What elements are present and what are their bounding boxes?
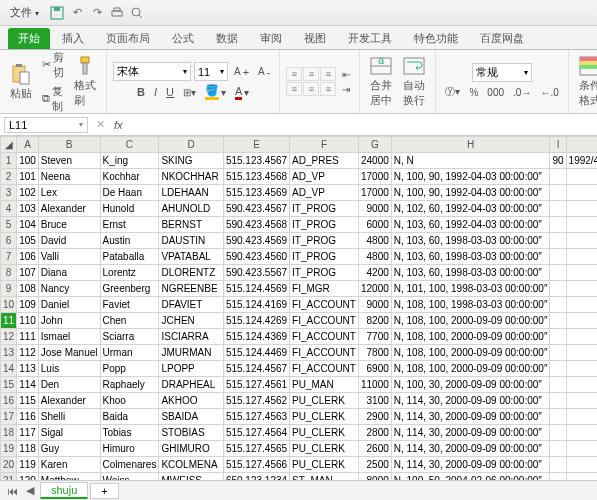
cell[interactable]: 590.423.4568 bbox=[223, 217, 289, 233]
cell[interactable]: Raphaely bbox=[100, 377, 159, 393]
cell[interactable]: 515.127.4562 bbox=[223, 393, 289, 409]
cell[interactable]: N, 100, 50, 2004-02-06 00:00:00″ bbox=[391, 473, 550, 481]
cell[interactable]: 590.423.5567 bbox=[223, 265, 289, 281]
tab-baidu[interactable]: 百度网盘 bbox=[470, 28, 534, 49]
cell[interactable]: 650.123.1234 bbox=[223, 473, 289, 481]
col-header-C[interactable]: C bbox=[100, 137, 159, 153]
cell[interactable]: Karen bbox=[38, 457, 100, 473]
align-right-button[interactable]: ≡ bbox=[320, 82, 336, 96]
cell[interactable]: Himuro bbox=[100, 441, 159, 457]
cell[interactable] bbox=[566, 329, 597, 345]
cell[interactable]: 590.423.4567 bbox=[223, 201, 289, 217]
cell[interactable] bbox=[550, 217, 566, 233]
tab-data[interactable]: 数据 bbox=[206, 28, 248, 49]
cell[interactable] bbox=[550, 361, 566, 377]
cell[interactable]: 7800 bbox=[358, 345, 391, 361]
undo-icon[interactable]: ↶ bbox=[69, 5, 85, 21]
cell[interactable]: Pataballa bbox=[100, 249, 159, 265]
cell[interactable] bbox=[550, 313, 566, 329]
cell[interactable]: 515.127.4563 bbox=[223, 409, 289, 425]
row-header[interactable]: 12 bbox=[1, 329, 17, 345]
name-box[interactable]: L11▾ bbox=[4, 117, 88, 133]
tab-formula[interactable]: 公式 bbox=[162, 28, 204, 49]
sheet-tab-active[interactable]: shuju bbox=[40, 482, 88, 499]
cell[interactable]: 120 bbox=[17, 473, 39, 481]
cell[interactable] bbox=[550, 329, 566, 345]
tab-review[interactable]: 审阅 bbox=[250, 28, 292, 49]
cell[interactable]: Steven bbox=[38, 153, 100, 169]
cell[interactable] bbox=[566, 393, 597, 409]
cell[interactable]: Den bbox=[38, 377, 100, 393]
col-header-D[interactable]: D bbox=[159, 137, 223, 153]
tab-view[interactable]: 视图 bbox=[294, 28, 336, 49]
cell[interactable] bbox=[566, 249, 597, 265]
save-icon[interactable] bbox=[49, 5, 65, 21]
cell[interactable] bbox=[566, 169, 597, 185]
cell[interactable]: PU_CLERK bbox=[290, 441, 359, 457]
align-middle-button[interactable]: ≡ bbox=[303, 67, 319, 81]
indent-increase-button[interactable]: ⇥ bbox=[339, 83, 353, 96]
cell[interactable] bbox=[550, 441, 566, 457]
cell[interactable]: 114 bbox=[17, 377, 39, 393]
cell[interactable]: N, 114, 30, 2000-09-09 00:00:00″ bbox=[391, 409, 550, 425]
cell[interactable]: 119 bbox=[17, 457, 39, 473]
col-header-H[interactable]: H bbox=[391, 137, 550, 153]
font-size-select[interactable]: 11▾ bbox=[194, 62, 228, 81]
cell[interactable]: AHUNOLD bbox=[159, 201, 223, 217]
cell[interactable] bbox=[566, 265, 597, 281]
cell[interactable]: 515.124.4569 bbox=[223, 281, 289, 297]
cell[interactable] bbox=[566, 217, 597, 233]
cell[interactable]: 2800 bbox=[358, 425, 391, 441]
cell[interactable]: Alexander bbox=[38, 393, 100, 409]
cell[interactable]: Greenberg bbox=[100, 281, 159, 297]
cell[interactable]: 109 bbox=[17, 297, 39, 313]
cell[interactable]: Baida bbox=[100, 409, 159, 425]
cell[interactable]: GHIMURO bbox=[159, 441, 223, 457]
col-header-J[interactable]: J bbox=[566, 137, 597, 153]
font-family-select[interactable]: 宋体▾ bbox=[113, 62, 191, 81]
cell[interactable]: 515.127.4561 bbox=[223, 377, 289, 393]
cell[interactable]: NKOCHHAR bbox=[159, 169, 223, 185]
cell[interactable] bbox=[566, 361, 597, 377]
cell[interactable]: 6000 bbox=[358, 217, 391, 233]
cell[interactable]: 515.124.4369 bbox=[223, 329, 289, 345]
cell[interactable]: DLORENTZ bbox=[159, 265, 223, 281]
cell[interactable]: 110 bbox=[17, 313, 39, 329]
cell[interactable]: FI_ACCOUNT bbox=[290, 361, 359, 377]
cell[interactable]: Nancy bbox=[38, 281, 100, 297]
currency-button[interactable]: ⓨ▾ bbox=[442, 84, 463, 100]
cell[interactable]: 106 bbox=[17, 249, 39, 265]
cell[interactable]: 4800 bbox=[358, 249, 391, 265]
cell[interactable]: Lorentz bbox=[100, 265, 159, 281]
tab-insert[interactable]: 插入 bbox=[52, 28, 94, 49]
cell[interactable]: Austin bbox=[100, 233, 159, 249]
cell[interactable]: 24000 bbox=[358, 153, 391, 169]
cell[interactable]: Jose Manuel bbox=[38, 345, 100, 361]
cell[interactable]: Colmenares bbox=[100, 457, 159, 473]
cell[interactable]: 17000 bbox=[358, 169, 391, 185]
cell[interactable]: N, N bbox=[391, 153, 550, 169]
tab-special[interactable]: 特色功能 bbox=[404, 28, 468, 49]
cell[interactable]: N, 100, 30, 2000-09-09 00:00:00″ bbox=[391, 377, 550, 393]
cell[interactable]: Diana bbox=[38, 265, 100, 281]
row-header[interactable]: 2 bbox=[1, 169, 17, 185]
redo-icon[interactable]: ↷ bbox=[89, 5, 105, 21]
cell[interactable]: IT_PROG bbox=[290, 217, 359, 233]
row-header[interactable]: 4 bbox=[1, 201, 17, 217]
cell[interactable]: SBAIDA bbox=[159, 409, 223, 425]
decrease-decimal-button[interactable]: ←.0 bbox=[537, 84, 561, 100]
cell[interactable]: Sigal bbox=[38, 425, 100, 441]
cell[interactable]: 515.127.4564 bbox=[223, 425, 289, 441]
cell[interactable]: Matthew bbox=[38, 473, 100, 481]
cell[interactable]: John bbox=[38, 313, 100, 329]
cell[interactable]: N, 100, 90, 1992-04-03 00:00:00″ bbox=[391, 169, 550, 185]
increase-font-button[interactable]: A+ bbox=[231, 62, 252, 81]
cell[interactable]: 113 bbox=[17, 361, 39, 377]
cell[interactable]: Shelli bbox=[38, 409, 100, 425]
cell[interactable] bbox=[550, 169, 566, 185]
row-header[interactable]: 20 bbox=[1, 457, 17, 473]
cell[interactable]: N, 108, 100, 2000-09-09 00:00:00″ bbox=[391, 345, 550, 361]
cell[interactable]: IT_PROG bbox=[290, 249, 359, 265]
cell[interactable]: 17000 bbox=[358, 185, 391, 201]
cell[interactable]: Guy bbox=[38, 441, 100, 457]
